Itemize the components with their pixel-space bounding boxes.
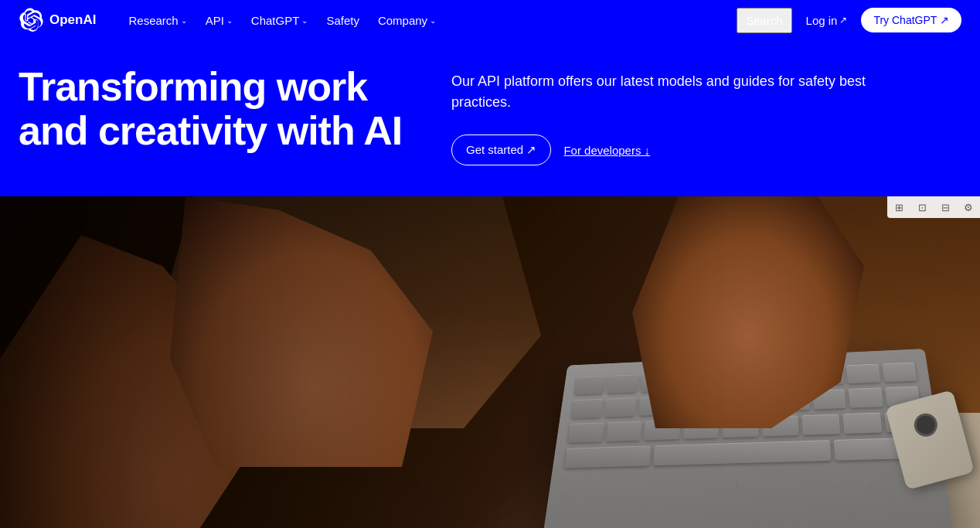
- nav-company[interactable]: Company ⌄: [370, 9, 444, 32]
- search-button[interactable]: Search: [737, 8, 792, 33]
- hero-right: Our API platform offers our latest model…: [451, 65, 884, 165]
- openai-logo-text: OpenAI: [49, 12, 96, 28]
- try-chatgpt-button[interactable]: Try ChatGPT ↗: [861, 8, 961, 32]
- main-nav: OpenAI Research ⌄ API ⌄ ChatGPT ⌄ Safety…: [0, 0, 980, 40]
- hero-left: Transforming work and creativity with AI: [19, 65, 405, 153]
- hero-buttons: Get started ↗ For developers ↓: [451, 135, 884, 165]
- openai-logo[interactable]: OpenAI: [19, 8, 96, 32]
- hero-image-wrapper: ⊞ ⊡ ⊟ ⚙: [0, 196, 980, 528]
- hero-description: Our API platform offers our latest model…: [451, 71, 884, 113]
- get-started-button[interactable]: Get started ↗: [451, 135, 551, 165]
- scene-overlay: [0, 196, 980, 528]
- hero-image: [0, 196, 980, 528]
- nav-links: Research ⌄ API ⌄ ChatGPT ⌄ Safety Compan…: [121, 9, 737, 32]
- nav-safety[interactable]: Safety: [318, 9, 367, 32]
- toolbar-btn-3[interactable]: ⊟: [934, 196, 957, 218]
- chatgpt-chevron: ⌄: [301, 16, 308, 25]
- image-toolbar: ⊞ ⊡ ⊟ ⚙: [887, 196, 980, 218]
- company-chevron: ⌄: [430, 16, 436, 25]
- nav-api[interactable]: API ⌄: [198, 9, 240, 32]
- login-arrow-icon: ↗: [839, 15, 847, 26]
- toolbar-btn-1[interactable]: ⊞: [887, 196, 910, 218]
- login-link[interactable]: Log in ↗: [798, 9, 856, 32]
- openai-logo-icon: [19, 8, 43, 32]
- hero-section: Transforming work and creativity with AI…: [0, 40, 980, 196]
- hero-title: Transforming work and creativity with AI: [19, 65, 405, 153]
- api-chevron: ⌄: [226, 16, 233, 25]
- nav-actions: Search Log in ↗ Try ChatGPT ↗: [737, 8, 961, 33]
- for-developers-button[interactable]: For developers ↓: [563, 144, 650, 157]
- research-chevron: ⌄: [181, 16, 187, 25]
- nav-chatgpt[interactable]: ChatGPT ⌄: [243, 9, 316, 32]
- nav-research[interactable]: Research ⌄: [121, 9, 194, 32]
- toolbar-btn-2[interactable]: ⊡: [910, 196, 934, 218]
- scene-background: [0, 196, 980, 528]
- toolbar-btn-4[interactable]: ⚙: [957, 196, 980, 218]
